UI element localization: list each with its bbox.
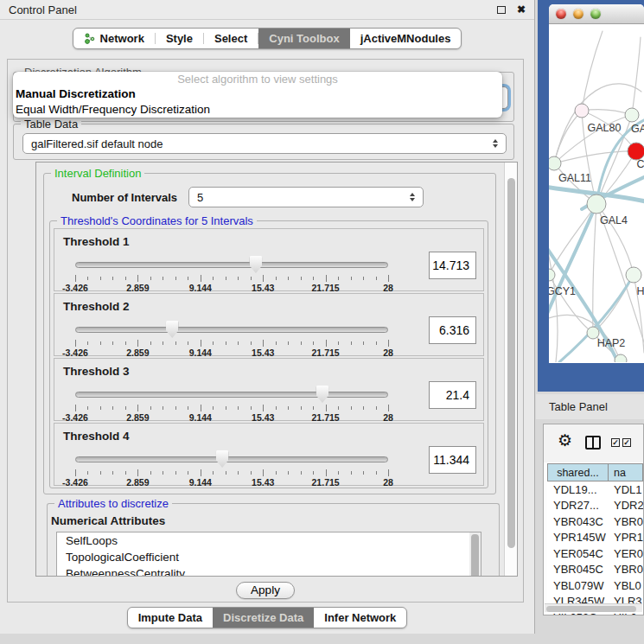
cell: YER0 [609, 547, 643, 560]
algorithm-option-equal-width[interactable]: Equal Width/Frequency Discretization [13, 102, 502, 118]
tab-label: Impute Data [138, 611, 202, 624]
slider-handle[interactable] [166, 321, 179, 338]
node-label: GA [631, 123, 644, 135]
table-row[interactable]: YBR045CYBR0 [547, 562, 643, 578]
table-horizontal-scrollbar[interactable] [545, 603, 642, 612]
slider-handle[interactable] [316, 386, 328, 403]
node-label: GAL80 [588, 122, 622, 134]
tab-label: Discretize Data [223, 611, 303, 624]
slider-ticks [75, 469, 388, 476]
cell: YDR2 [609, 499, 643, 512]
node-label: C [636, 158, 644, 170]
network-window[interactable]: GAL80GACGAL11GAL4GCY1HHAP2 [549, 4, 644, 363]
network-node[interactable] [575, 104, 589, 118]
panel-title: Control Panel [9, 3, 77, 16]
column-header-shared-name[interactable]: shared... [547, 463, 609, 481]
network-node[interactable] [549, 156, 561, 170]
group-title: Attributes to discretize [54, 497, 172, 510]
algorithm-placeholder: Select algorithm to view settings [13, 72, 502, 86]
tab-cyni-toolbox[interactable]: Cyni Toolbox [258, 29, 349, 48]
network-window-titlebar [549, 4, 644, 24]
threshold-label: Threshold 2 [63, 300, 130, 313]
threshold-value-field[interactable] [429, 252, 476, 279]
cell: YBR043C [547, 515, 609, 528]
close-icon[interactable]: ✖ [517, 4, 526, 15]
threshold-slider[interactable]: -3.4262.8599.14415.4321.71528 [75, 450, 388, 485]
network-node[interactable] [626, 267, 641, 283]
close-traffic-light-icon[interactable] [556, 9, 566, 19]
slider-track[interactable] [75, 456, 388, 462]
numerical-attributes-label: Numerical Attributes [51, 514, 165, 527]
slider-tick-labels: -3.4262.8599.14415.4321.71528 [75, 283, 388, 293]
table-panel-titlebar: Table Panel [536, 394, 644, 419]
column-view-icon[interactable] [585, 436, 601, 450]
tab-label: Network [100, 32, 144, 45]
tab-label: Infer Network [324, 611, 396, 624]
number-of-intervals-combobox[interactable]: 5 [188, 187, 424, 207]
tab-style[interactable]: Style [156, 29, 203, 48]
threshold-label: Threshold 4 [63, 430, 130, 443]
network-node[interactable] [625, 108, 639, 122]
bottom-tabstrip: Impute Data Discretize Data Infer Networ… [0, 607, 534, 628]
slider-handle[interactable] [216, 450, 229, 468]
table-row[interactable]: YBL079WYBL0 [547, 577, 643, 594]
tab-jactivemnodules[interactable]: jActiveMNodules [350, 29, 462, 48]
threshold-label: Threshold 3 [63, 365, 130, 378]
node-table: shared... na YDL19...YDL1 YDR27...YDR2 Y… [547, 463, 643, 615]
slider-ticks [75, 405, 388, 411]
network-node[interactable] [587, 194, 606, 214]
tab-impute-data[interactable]: Impute Data [128, 608, 213, 628]
slider-track[interactable] [75, 262, 388, 268]
network-node[interactable] [615, 354, 627, 362]
threshold-slider[interactable]: -3.4262.8599.14415.4321.71528 [75, 321, 388, 355]
table-row[interactable]: YDR27...YDR2 [547, 498, 643, 514]
threshold-value-field[interactable] [429, 446, 476, 474]
number-of-intervals-label: Number of Intervals [72, 191, 177, 204]
column-header-name[interactable]: na [609, 463, 643, 481]
network-node[interactable] [549, 269, 555, 281]
threshold-slider[interactable]: -3.4262.8599.14415.4321.71528 [75, 386, 388, 420]
zoom-traffic-light-icon[interactable] [590, 9, 601, 19]
network-node[interactable] [628, 143, 644, 160]
checkbox-icon[interactable]: ✓ [611, 438, 620, 447]
table-toolbar: ⚙ ✓ ✓ [544, 424, 643, 462]
threshold-value-field[interactable] [429, 316, 476, 344]
gear-icon[interactable]: ⚙ [558, 432, 572, 449]
tab-label: jActiveMNodules [360, 32, 451, 45]
tab-discretize-data[interactable]: Discretize Data [213, 608, 314, 628]
tab-select[interactable]: Select [204, 29, 258, 48]
slider-ticks [75, 275, 388, 282]
slider-track[interactable] [75, 327, 388, 333]
checkbox-icon[interactable]: ✓ [622, 438, 631, 447]
control-panel: Control Panel ✖ Network Style Select [0, 0, 535, 634]
threshold-panel-4: Threshold 4 -3.4262.8599.14415.4321.7152… [54, 423, 484, 486]
table-panel: ⚙ ✓ ✓ shared... na YDL19...YDL1 YDR27...… [543, 424, 644, 615]
list-item[interactable]: BetweennessCentrality [57, 565, 481, 577]
float-window-icon[interactable] [497, 6, 506, 14]
table-row[interactable]: YER054CYER0 [547, 545, 643, 562]
table-row[interactable]: YPR145WYPR1 [547, 530, 643, 546]
table-row[interactable]: YDL19...YDL1 [547, 481, 643, 498]
threshold-slider[interactable]: -3.4262.8599.14415.4321.71528 [75, 256, 388, 290]
apply-button[interactable]: Apply [236, 582, 295, 599]
list-scrollbar[interactable] [469, 532, 481, 577]
table-row[interactable]: YBR043CYBR0 [547, 513, 643, 530]
cell: YBL079W [547, 579, 609, 592]
panel-scrollbar[interactable] [504, 163, 517, 576]
table-data-combobox[interactable]: galFiltered.sif default node [22, 133, 507, 154]
list-item[interactable]: TopologicalCoefficient [57, 549, 481, 565]
slider-tick-labels: -3.4262.8599.14415.4321.71528 [75, 348, 388, 358]
threshold-value-field[interactable] [429, 381, 476, 409]
numerical-attributes-list[interactable]: SelfLoops TopologicalCoefficient Between… [56, 532, 481, 577]
tab-label: Select [214, 32, 247, 45]
slider-handle[interactable] [249, 256, 262, 273]
algorithm-option-manual[interactable]: Manual Discretization [13, 86, 502, 102]
list-item[interactable]: SelfLoops [57, 532, 481, 549]
tab-network[interactable]: Network [73, 29, 155, 48]
minimize-traffic-light-icon[interactable] [573, 9, 583, 19]
tab-infer-network[interactable]: Infer Network [314, 608, 406, 628]
slider-track[interactable] [75, 392, 388, 398]
cell: YDL19... [547, 483, 609, 496]
cell: YER054C [547, 547, 609, 560]
network-canvas[interactable]: GAL80GACGAL11GAL4GCY1HHAP2 [549, 24, 644, 362]
